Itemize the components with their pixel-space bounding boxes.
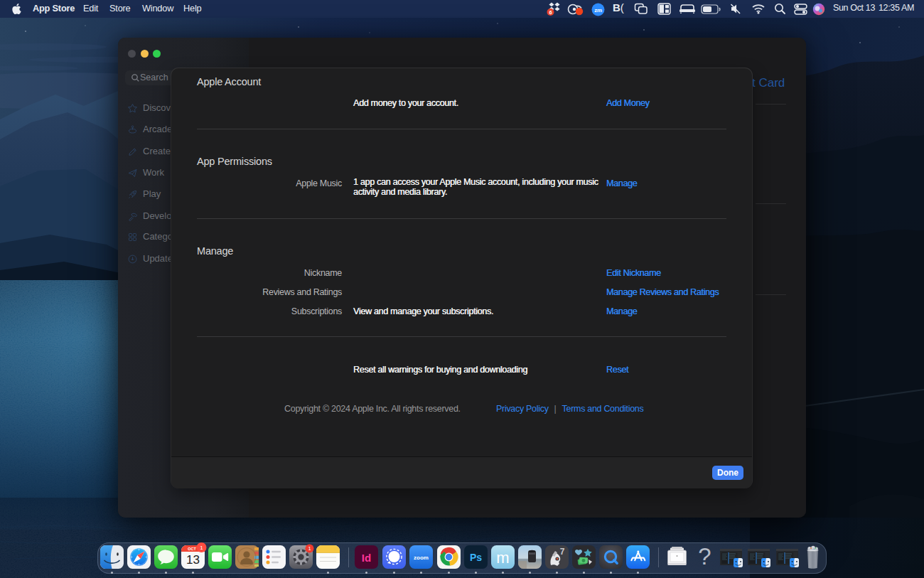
svg-text:Id: Id (362, 552, 371, 564)
svg-text:1: 1 (200, 545, 203, 551)
svg-text:7: 7 (559, 547, 564, 557)
svg-text:?: ? (698, 543, 711, 569)
svg-text:zoom: zoom (414, 555, 429, 561)
svg-text:Ps: Ps (470, 552, 482, 563)
svg-text:13: 13 (186, 553, 200, 567)
svg-text:6: 6 (549, 9, 552, 16)
svg-text:m: m (496, 549, 509, 567)
svg-text:OCT: OCT (188, 547, 196, 551)
svg-text:zm: zm (594, 6, 602, 13)
svg-text:1: 1 (308, 545, 311, 552)
